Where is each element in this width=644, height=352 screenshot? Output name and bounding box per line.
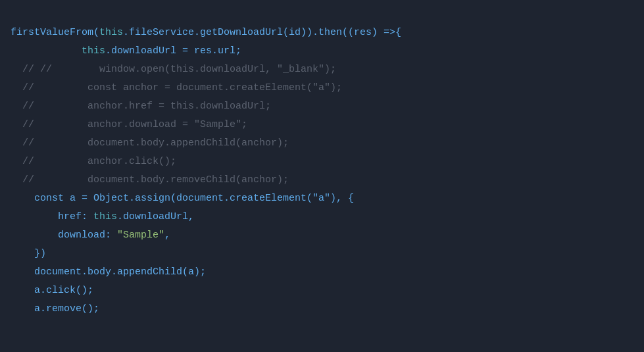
code-line: href: this.downloadUrl, <box>0 208 644 226</box>
code-line: firstValueFrom(this.fileService.getDownl… <box>0 24 644 42</box>
code-token: .downloadUrl = res.url; <box>105 45 241 57</box>
code-token: .downloadUrl, <box>117 211 194 222</box>
code-line: this.downloadUrl = res.url; <box>0 42 644 61</box>
code-token: this <box>99 27 123 38</box>
code-token: firstValueFrom( <box>11 27 99 38</box>
code-token: // anchor.download = "Sample"; <box>11 119 247 130</box>
code-token: }) <box>11 248 46 259</box>
code-token <box>11 45 82 57</box>
code-token: // anchor.href = <box>11 101 170 112</box>
code-token: .fileService.getDownloadUrl(id)).then((r… <box>123 27 401 38</box>
code-token: // document.body.appendChild(anchor); <box>11 138 289 149</box>
code-line: // const anchor = document.createElement… <box>0 79 644 97</box>
code-token: this <box>82 45 105 57</box>
code-line: // document.body.removeChild(anchor); <box>0 171 644 189</box>
code-token: .downloadUrl, "_blank"); <box>194 64 336 75</box>
code-token: // anchor.click(); <box>11 156 176 167</box>
code-token: , <box>164 230 170 241</box>
code-line: a.remove(); <box>0 300 644 318</box>
code-token: a.remove(); <box>11 303 99 314</box>
code-line: // anchor.click(); <box>0 153 644 171</box>
code-token: this <box>93 211 117 222</box>
code-line: // // window.open(this.downloadUrl, "_bl… <box>0 61 644 79</box>
code-token: this <box>170 101 194 112</box>
code-token: .downloadUrl; <box>194 101 271 112</box>
code-token: download: <box>11 230 117 241</box>
code-token: "Sample" <box>117 230 164 241</box>
code-line: }) <box>0 245 644 263</box>
code-line: // document.body.appendChild(anchor); <box>0 134 644 153</box>
code-token: // document.body.removeChild(anchor); <box>11 174 289 186</box>
code-line: a.click(); <box>0 282 644 300</box>
code-token: // // window.open( <box>11 64 170 75</box>
code-line: document.body.appendChild(a); <box>0 263 644 282</box>
code-token: // const anchor = document.createElement… <box>11 82 342 93</box>
code-editor: firstValueFrom(this.fileService.getDownl… <box>0 0 644 324</box>
code-line: // anchor.href = this.downloadUrl; <box>0 97 644 116</box>
code-line: const a = Object.assign(document.createE… <box>0 189 644 208</box>
code-token: a.click(); <box>11 285 93 296</box>
code-token: document.body.appendChild(a); <box>11 266 206 278</box>
code-token: this <box>170 64 194 75</box>
code-token: href: <box>11 211 93 222</box>
code-line: // anchor.download = "Sample"; <box>0 116 644 134</box>
code-line: download: "Sample", <box>0 226 644 245</box>
code-token: const a = Object.assign(document.createE… <box>11 193 354 204</box>
